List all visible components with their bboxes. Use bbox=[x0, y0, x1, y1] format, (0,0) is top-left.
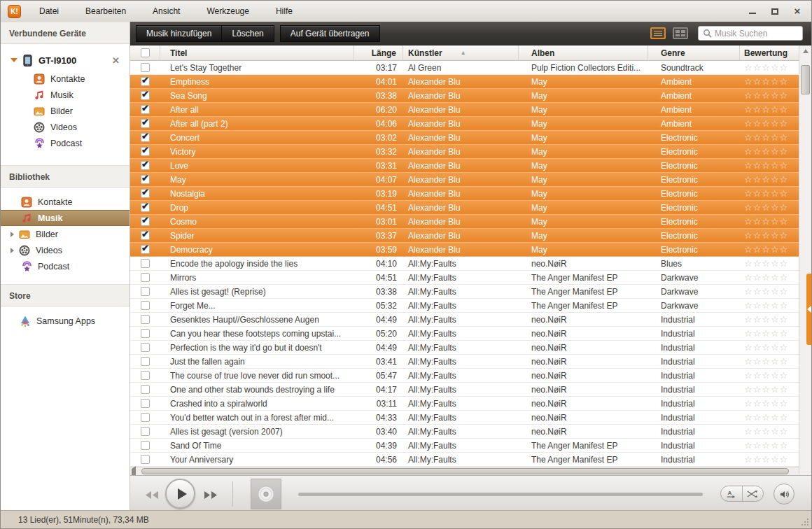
row-checkbox[interactable]: ✔ bbox=[141, 315, 150, 324]
table-row[interactable]: ✔Crashed into a spiralworld03:11All:My:F… bbox=[130, 397, 800, 411]
row-checkbox[interactable]: ✔ bbox=[141, 413, 150, 422]
list-view-icon[interactable] bbox=[650, 27, 666, 39]
rating-stars[interactable]: ☆☆☆☆☆ bbox=[740, 300, 800, 311]
rating-stars[interactable]: ☆☆☆☆☆ bbox=[740, 342, 800, 353]
row-checkbox[interactable]: ✔ bbox=[141, 77, 150, 86]
close-button[interactable]: × bbox=[792, 6, 803, 16]
table-row[interactable]: ✔Cosmo03:01Alexander BluMayElectronic☆☆☆… bbox=[130, 215, 800, 229]
rating-stars[interactable]: ☆☆☆☆☆ bbox=[740, 454, 800, 465]
rating-stars[interactable]: ☆☆☆☆☆ bbox=[740, 384, 800, 395]
search-box[interactable] bbox=[698, 26, 803, 41]
table-row[interactable]: ✔Just the fallen again03:41All:My:Faults… bbox=[130, 355, 800, 369]
row-checkbox[interactable]: ✔ bbox=[141, 147, 150, 156]
row-checkbox[interactable]: ✔ bbox=[141, 203, 150, 212]
library-item-podcast[interactable]: Podcast bbox=[1, 258, 130, 274]
horizontal-scrollbar-thumb[interactable] bbox=[141, 468, 789, 474]
table-row[interactable]: ✔After all (part 2)04:06Alexander BluMay… bbox=[130, 117, 800, 131]
scroll-up-icon[interactable] bbox=[799, 45, 811, 57]
table-row[interactable]: ✔Mirrors04:51All:My:FaultsThe Anger Mani… bbox=[130, 271, 800, 285]
rating-stars[interactable]: ☆☆☆☆☆ bbox=[740, 188, 800, 199]
column-header-alben[interactable]: Alben bbox=[519, 45, 648, 60]
table-row[interactable]: ✔Gesenktes Haupt//Geschlossene Augen04:4… bbox=[130, 313, 800, 327]
row-checkbox[interactable]: ✔ bbox=[141, 133, 150, 142]
device-item-kontakte[interactable]: Kontakte bbox=[1, 71, 130, 87]
volume-button[interactable] bbox=[774, 484, 794, 505]
table-row[interactable]: ✔Spider03:37Alexander BluMayElectronic☆☆… bbox=[130, 229, 800, 243]
table-row[interactable]: ✔Let's Stay Together03:17Al GreenPulp Fi… bbox=[130, 61, 800, 75]
repeat-mode-icon[interactable]: A bbox=[721, 486, 743, 501]
rating-stars[interactable]: ☆☆☆☆☆ bbox=[740, 412, 800, 423]
row-checkbox[interactable]: ✔ bbox=[141, 301, 150, 310]
rating-stars[interactable]: ☆☆☆☆☆ bbox=[740, 258, 800, 269]
table-row[interactable]: ✔One and other stab wounds destroying a … bbox=[130, 383, 800, 397]
rating-stars[interactable]: ☆☆☆☆☆ bbox=[740, 76, 800, 87]
table-row[interactable]: ✔Emptiness04:01Alexander BluMayAmbient☆☆… bbox=[130, 75, 800, 89]
table-row[interactable]: ✔Alles ist gesagt (version 2007)03:40All… bbox=[130, 425, 800, 439]
table-row[interactable]: ✔Encode the apology inside the lies04:10… bbox=[130, 257, 800, 271]
table-row[interactable]: ✔Democracy03:59Alexander BluMayElectroni… bbox=[130, 243, 800, 257]
rating-stars[interactable]: ☆☆☆☆☆ bbox=[740, 328, 800, 339]
next-track-button[interactable] bbox=[203, 490, 218, 502]
vertical-scrollbar-thumb[interactable] bbox=[801, 65, 810, 94]
table-row[interactable]: ✔Sand Of Time04:39All:My:FaultsThe Anger… bbox=[130, 439, 800, 453]
table-row[interactable]: ✔You'd better watch out in a forest afte… bbox=[130, 411, 800, 425]
table-row[interactable]: ✔After all06:20Alexander BluMayAmbient☆☆… bbox=[130, 103, 800, 117]
row-checkbox[interactable]: ✔ bbox=[141, 441, 150, 450]
row-checkbox[interactable]: ✔ bbox=[141, 287, 150, 296]
row-checkbox[interactable]: ✔ bbox=[141, 455, 150, 464]
rating-stars[interactable]: ☆☆☆☆☆ bbox=[740, 132, 800, 143]
device-item-musik[interactable]: Musik bbox=[1, 87, 130, 103]
rating-stars[interactable]: ☆☆☆☆☆ bbox=[740, 146, 800, 157]
transfer-to-device-button[interactable]: Auf Gerät übertragen bbox=[280, 25, 380, 42]
row-checkbox[interactable]: ✔ bbox=[141, 161, 150, 170]
horizontal-scrollbar[interactable] bbox=[130, 467, 800, 475]
add-music-button[interactable]: Musik hinzufügen bbox=[136, 25, 222, 42]
table-row[interactable]: ✔The course of true love never did run s… bbox=[130, 369, 800, 383]
previous-track-button[interactable] bbox=[144, 490, 160, 502]
table-row[interactable]: ✔Concert03:02Alexander BluMayElectronic☆… bbox=[130, 131, 800, 145]
column-header-genre[interactable]: Genre bbox=[648, 45, 740, 60]
library-item-bilder[interactable]: Bilder bbox=[1, 226, 130, 242]
row-checkbox[interactable]: ✔ bbox=[141, 273, 150, 282]
menu-item-datei[interactable]: Datei bbox=[39, 6, 59, 16]
rating-stars[interactable]: ☆☆☆☆☆ bbox=[740, 174, 800, 185]
table-row[interactable]: ✔Can you hear these footsteps coming ups… bbox=[130, 327, 800, 341]
search-input[interactable] bbox=[715, 29, 798, 38]
delete-button[interactable]: Löschen bbox=[222, 25, 274, 42]
row-checkbox[interactable]: ✔ bbox=[141, 119, 150, 128]
library-item-kontakte[interactable]: Kontakte bbox=[1, 194, 130, 210]
row-checkbox[interactable]: ✔ bbox=[141, 329, 150, 338]
row-checkbox[interactable]: ✔ bbox=[141, 427, 150, 436]
rating-stars[interactable]: ☆☆☆☆☆ bbox=[740, 286, 800, 297]
device-item-podcast[interactable]: Podcast bbox=[1, 135, 130, 151]
row-checkbox[interactable]: ✔ bbox=[141, 371, 150, 380]
library-item-videos[interactable]: Videos bbox=[1, 242, 130, 258]
chevron-right-icon[interactable] bbox=[10, 248, 14, 253]
row-checkbox[interactable]: ✔ bbox=[141, 357, 150, 366]
rating-stars[interactable]: ☆☆☆☆☆ bbox=[740, 202, 800, 213]
rating-stars[interactable]: ☆☆☆☆☆ bbox=[740, 426, 800, 437]
row-checkbox[interactable]: ✔ bbox=[141, 231, 150, 240]
row-checkbox[interactable]: ✔ bbox=[141, 217, 150, 226]
row-checkbox[interactable]: ✔ bbox=[141, 343, 150, 352]
column-header-bewertung[interactable]: Bewertung bbox=[740, 45, 800, 60]
row-checkbox[interactable]: ✔ bbox=[141, 91, 150, 100]
rating-stars[interactable]: ☆☆☆☆☆ bbox=[740, 216, 800, 227]
row-checkbox[interactable]: ✔ bbox=[141, 259, 150, 268]
column-header-titel[interactable]: Titel bbox=[160, 45, 354, 60]
vertical-scrollbar[interactable] bbox=[799, 45, 811, 496]
menu-item-hilfe[interactable]: Hilfe bbox=[276, 6, 293, 16]
store-item-samsung-apps[interactable]: Samsung Apps bbox=[1, 312, 130, 330]
table-row[interactable]: ✔Forget Me...05:32All:My:FaultsThe Anger… bbox=[130, 299, 800, 313]
table-row[interactable]: ✔May04:07Alexander BluMayElectronic☆☆☆☆☆ bbox=[130, 173, 800, 187]
shuffle-icon[interactable] bbox=[743, 486, 764, 501]
row-checkbox[interactable]: ✔ bbox=[141, 105, 150, 114]
device-item-bilder[interactable]: Bilder bbox=[1, 103, 130, 119]
menu-item-werkzeuge[interactable]: Werkzeuge bbox=[206, 6, 248, 16]
device-disconnect-icon[interactable]: ✕ bbox=[112, 55, 120, 66]
library-item-musik[interactable]: Musik bbox=[1, 210, 130, 226]
table-row[interactable]: ✔Victory03:32Alexander BluMayElectronic☆… bbox=[130, 145, 800, 159]
rating-stars[interactable]: ☆☆☆☆☆ bbox=[740, 90, 800, 101]
table-row[interactable]: ✔Alles ist gesagt! (Reprise)03:38All:My:… bbox=[130, 285, 800, 299]
table-row[interactable]: ✔Sea Song03:38Alexander BluMayAmbient☆☆☆… bbox=[130, 89, 800, 103]
